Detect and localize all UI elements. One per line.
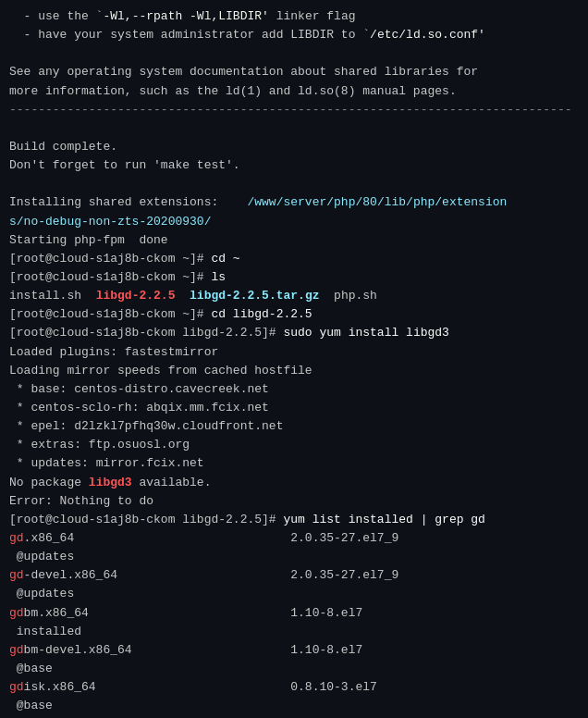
line-installing: Installing shared extensions: /www/serve… — [9, 193, 579, 212]
pkg-gd-x86: gd.x86_64 2.0.35-27.el7_9 — [9, 529, 579, 548]
pkg-gdbm-installed: installed — [9, 623, 579, 641]
line-blank2 — [9, 119, 579, 138]
line-prompt-cd-home: [root@cloud-s1aj8b-ckom ~]# cd ~ — [9, 250, 579, 268]
line-loaded-plugins: Loaded plugins: fastestmirror — [9, 343, 579, 362]
line-updates: * updates: mirror.fcix.net — [9, 454, 579, 473]
pkg-gdbm: gdbm.x86_64 1.10-8.el7 — [9, 604, 579, 623]
line-loading-mirror: Loading mirror speeds from cached hostfi… — [9, 362, 579, 380]
line-prompt-grep: [root@cloud-s1aj8b-ckom libgd-2.2.5]# yu… — [9, 511, 579, 529]
pkg-gd-updates: @updates — [9, 548, 579, 566]
line-rpath: - use the `-Wl,--rpath -Wl,LIBDIR' linke… — [9, 7, 579, 26]
terminal: - use the `-Wl,--rpath -Wl,LIBDIR' linke… — [9, 7, 579, 718]
line-make-test: Don't forget to run 'make test'. — [9, 156, 579, 175]
line-base: * base: centos-distro.cavecreek.net — [9, 380, 579, 399]
line-prompt-yum: [root@cloud-s1aj8b-ckom libgd-2.2.5]# su… — [9, 324, 579, 342]
line-divider: ----------------------------------------… — [9, 101, 579, 119]
pkg-gd-devel: gd-devel.x86_64 2.0.35-27.el7_9 — [9, 566, 579, 585]
line-epel: * epel: d2lzkl7pfhq30w.cloudfront.net — [9, 417, 579, 436]
pkg-gdisk-base: @base — [9, 697, 579, 715]
pkg-gd-devel-updates: @updates — [9, 585, 579, 603]
line-build-complete: Build complete. — [9, 138, 579, 156]
line-ls-output: install.sh libgd-2.2.5 libgd-2.2.5.tar.g… — [9, 287, 579, 305]
line-prompt-ls: [root@cloud-s1aj8b-ckom ~]# ls — [9, 268, 579, 287]
line-prompt-cd-libgd: [root@cloud-s1aj8b-ckom ~]# cd libgd-2.2… — [9, 305, 579, 324]
line-no-package: No package libgd3 available. — [9, 474, 579, 492]
line-error: Error: Nothing to do — [9, 492, 579, 511]
line-blank3 — [9, 175, 579, 193]
line-extras: * extras: ftp.osuosl.org — [9, 436, 579, 454]
line-moreinfo: more information, such as the ld(1) and … — [9, 82, 579, 101]
line-seedoc: See any operating system documentation a… — [9, 63, 579, 81]
line-phpfpm: Starting php-fpm done — [9, 231, 579, 250]
pkg-gdisk: gdisk.x86_64 0.8.10-3.el7 — [9, 678, 579, 697]
line-ldso: - have your system administrator add LIB… — [9, 26, 579, 44]
line-blank1 — [9, 44, 579, 63]
line-installing2: s/no-debug-non-zts-20200930/ — [9, 213, 579, 231]
pkg-gdbm-devel-base: @base — [9, 660, 579, 678]
pkg-gdbm-devel: gdbm-devel.x86_64 1.10-8.el7 — [9, 641, 579, 660]
line-sclo: * centos-sclo-rh: abqix.mm.fcix.net — [9, 399, 579, 417]
